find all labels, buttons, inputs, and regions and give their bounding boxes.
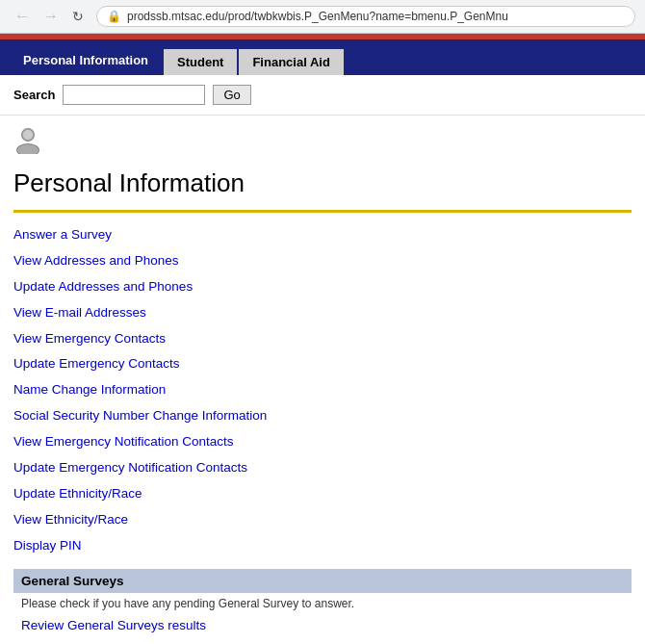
search-bar: Search Go xyxy=(0,75,645,116)
browser-bar: ← → ↻ 🔒 prodssb.mtsac.edu/prod/twbkwbis.… xyxy=(0,0,645,34)
link-view-addresses-phones[interactable]: View Addresses and Phones xyxy=(13,248,632,274)
icon-area xyxy=(0,116,645,161)
link-ssn-change-info[interactable]: Social Security Number Change Informatio… xyxy=(13,403,632,429)
link-answer-survey[interactable]: Answer a Survey xyxy=(13,222,632,248)
link-update-emergency-contacts[interactable]: Update Emergency Contacts xyxy=(13,351,632,377)
tab-personal-information[interactable]: Personal Information xyxy=(10,47,162,75)
links-list: Answer a Survey View Addresses and Phone… xyxy=(0,213,645,569)
url-text: prodssb.mtsac.edu/prod/twbkwbis.P_GenMen… xyxy=(127,10,508,23)
link-update-ethnicity-race[interactable]: Update Ethnicity/Race xyxy=(13,481,632,507)
go-button[interactable]: Go xyxy=(213,85,250,105)
lock-icon: 🔒 xyxy=(107,10,121,23)
refresh-button[interactable]: ↻ xyxy=(67,7,89,26)
nav-tabs: Personal Information Student Financial A… xyxy=(0,39,645,75)
page-content: Personal Information Student Financial A… xyxy=(0,39,645,644)
link-review-general-surveys[interactable]: Review General Surveys results xyxy=(13,614,632,640)
link-display-pin[interactable]: Display PIN xyxy=(13,533,632,559)
link-view-emergency-contacts[interactable]: View Emergency Contacts xyxy=(13,326,632,352)
general-surveys-section: General Surveys Please check if you have… xyxy=(13,569,632,640)
svg-point-4 xyxy=(23,130,33,140)
back-button[interactable]: ← xyxy=(10,6,35,27)
search-label: Search xyxy=(13,88,55,102)
general-surveys-description: Please check if you have any pending Gen… xyxy=(13,593,632,614)
browser-navigation: ← → ↻ xyxy=(10,6,89,27)
forward-button[interactable]: → xyxy=(39,6,64,27)
address-bar[interactable]: 🔒 prodssb.mtsac.edu/prod/twbkwbis.P_GenM… xyxy=(96,6,635,27)
page-title: Personal Information xyxy=(0,161,645,210)
link-view-ethnicity-race[interactable]: View Ethnicity/Race xyxy=(13,507,632,533)
search-input[interactable] xyxy=(63,85,205,105)
link-view-email-addresses[interactable]: View E-mail Addresses xyxy=(13,300,632,326)
tab-student[interactable]: Student xyxy=(164,49,237,75)
link-update-addresses-phones[interactable]: Update Addresses and Phones xyxy=(13,274,632,300)
link-update-emergency-notification-contacts[interactable]: Update Emergency Notification Contacts xyxy=(13,455,632,481)
general-surveys-header: General Surveys xyxy=(13,569,632,593)
tab-financial-aid[interactable]: Financial Aid xyxy=(239,49,343,75)
link-view-emergency-notification-contacts[interactable]: View Emergency Notification Contacts xyxy=(13,429,632,455)
person-icon xyxy=(13,125,42,154)
link-name-change-info[interactable]: Name Change Information xyxy=(13,377,632,403)
